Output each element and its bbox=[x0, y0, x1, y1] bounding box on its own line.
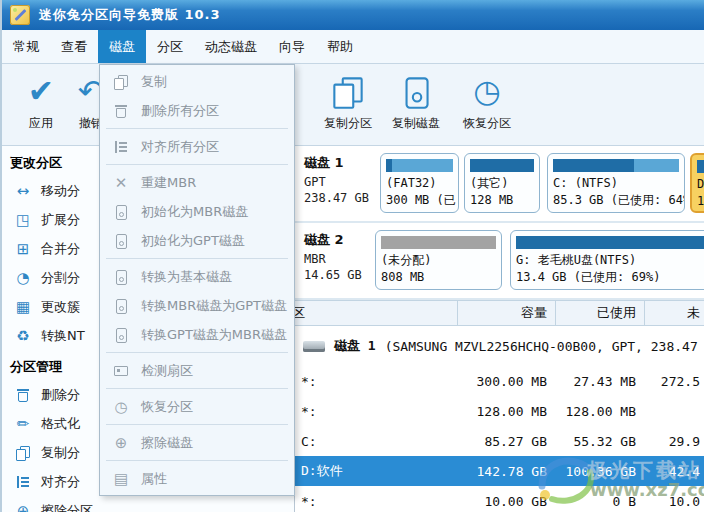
partition-size: 85.3 GB (已使用: 64% bbox=[553, 192, 679, 209]
menu-separator bbox=[106, 388, 288, 389]
menubar-item-dynamic-disk[interactable]: 动态磁盘 bbox=[194, 30, 268, 63]
table-header: 分区 容量 已使用 未 bbox=[295, 300, 704, 326]
partition-d[interactable]: D:14 bbox=[690, 153, 704, 213]
menubar-item-help[interactable]: 帮助 bbox=[316, 30, 364, 63]
partition-label: (未分配) bbox=[381, 252, 496, 269]
table-partition-row[interactable]: *:300.00 MB27.43 MB272.5 bbox=[295, 366, 704, 396]
partition-fat32[interactable]: (FAT32)300 MB (已 bbox=[380, 153, 459, 213]
menu-item-label: 转换GPT磁盘为MBR磁盘 bbox=[141, 326, 287, 344]
partition-size: 128 MB bbox=[470, 192, 534, 209]
disk-name: 磁盘 2 bbox=[304, 231, 362, 249]
table-partition-row[interactable]: C:85.27 GB55.32 GB29.9 bbox=[295, 426, 704, 456]
menu-item-label: 初始化为GPT磁盘 bbox=[141, 232, 245, 250]
menu-item-label: 复制 bbox=[141, 73, 167, 91]
cell-capacity: 142.78 GB bbox=[457, 456, 555, 486]
sidebar-item-label: 扩展分 bbox=[41, 211, 80, 229]
disk-menu-item-rebuild-mbr[interactable]: 重建MBR bbox=[100, 168, 294, 197]
table-partition-row[interactable]: *:128.00 MB128.00 MB bbox=[295, 396, 704, 426]
cell-used: 128.00 MB bbox=[555, 396, 644, 426]
disk-map-row: 磁盘 1GPT238.47 GB(FAT32)300 MB (已(其它)128 … bbox=[295, 146, 704, 223]
usage-bar-used bbox=[553, 159, 634, 172]
partition-c[interactable]: C: (NTFS)85.3 GB (已使用: 64% bbox=[547, 153, 685, 213]
disk-gear-icon bbox=[113, 269, 129, 285]
usage-bar-used bbox=[470, 159, 534, 172]
disk-menu-item-convert-gpt-to-mbr[interactable]: 转换GPT磁盘为MBR磁盘 bbox=[100, 320, 294, 349]
menu-item-label: 对齐所有分区 bbox=[141, 138, 219, 156]
partition-g[interactable]: G: 老毛桃U盘(NTFS)13.4 GB (已使用: 69%) bbox=[510, 230, 704, 290]
table-partition-row[interactable]: D:软件142.78 GB100.36 GB42.4 bbox=[295, 456, 704, 486]
cluster-icon bbox=[15, 299, 31, 315]
copy-partition-button[interactable]: 复制分区 bbox=[317, 70, 379, 132]
disk-menu-item-copy[interactable]: 复制 bbox=[100, 67, 294, 96]
properties-icon bbox=[113, 471, 129, 487]
align-icon bbox=[15, 474, 31, 490]
column-unused: 未 bbox=[644, 301, 704, 325]
usage-bar bbox=[516, 236, 704, 249]
disk-menu-item-align-all-partitions[interactable]: 对齐所有分区 bbox=[100, 132, 294, 161]
cell-partition-name: *: bbox=[295, 366, 457, 396]
sidebar-item-wipe-partition[interactable]: 擦除分区 bbox=[2, 496, 294, 512]
cell-used: 55.32 GB bbox=[555, 426, 644, 456]
usage-bar bbox=[697, 160, 704, 173]
copy-icon bbox=[15, 445, 31, 461]
disk-menu-item-partition-recovery[interactable]: 恢复分区 bbox=[100, 392, 294, 421]
partition-label: (FAT32) bbox=[386, 175, 453, 192]
cell-capacity: 128.00 MB bbox=[457, 396, 555, 426]
copy-icon bbox=[317, 70, 379, 114]
disk-scheme: MBR bbox=[304, 251, 362, 267]
menu-separator bbox=[106, 258, 288, 259]
menubar-item-disk[interactable]: 磁盘 bbox=[98, 30, 146, 63]
usage-bar bbox=[386, 159, 453, 172]
menu-separator bbox=[106, 164, 288, 165]
menu-item-label: 属性 bbox=[141, 470, 167, 488]
usage-bar bbox=[381, 236, 496, 249]
disk-menu-item-delete-all-partitions[interactable]: 删除所有分区 bbox=[100, 96, 294, 125]
copy-disk-button[interactable]: 复制磁盘 bbox=[385, 70, 447, 132]
partition-size: 13.4 GB (已使用: 69%) bbox=[516, 269, 704, 286]
sidebar-item-label: 擦除分区 bbox=[41, 502, 93, 512]
partition-size: 300 MB (已 bbox=[386, 192, 453, 209]
disk-row-name: 磁盘 1 bbox=[334, 337, 376, 355]
table-disk-row[interactable]: 磁盘 1 (SAMSUNG MZVL2256HCHQ-00B00, GPT, 2… bbox=[295, 326, 704, 366]
menubar-item-general[interactable]: 常规 bbox=[2, 30, 50, 63]
align-icon bbox=[113, 139, 129, 155]
menu-item-label: 恢复分区 bbox=[141, 398, 193, 416]
disk-menu-item-convert-to-basic-disk[interactable]: 转换为基本磁盘 bbox=[100, 262, 294, 291]
usage-bar-used bbox=[386, 159, 392, 172]
menubar-item-partition[interactable]: 分区 bbox=[146, 30, 194, 63]
cell-used: 27.43 MB bbox=[555, 366, 644, 396]
cell-unused bbox=[644, 396, 704, 426]
sidebar-item-label: 格式化 bbox=[41, 415, 80, 433]
menu-separator bbox=[106, 352, 288, 353]
partition-label: G: 老毛桃U盘(NTFS) bbox=[516, 252, 704, 269]
sidebar-item-label: 移动分 bbox=[41, 182, 80, 200]
disk-gear-icon bbox=[113, 327, 129, 343]
recover-partition-button[interactable]: 恢复分区 bbox=[456, 70, 518, 132]
copy-partition-label: 复制分区 bbox=[317, 115, 379, 132]
partition-unallocated[interactable]: (未分配)808 MB bbox=[375, 230, 502, 290]
cell-used: 0 B bbox=[555, 486, 644, 512]
menubar-item-view[interactable]: 查看 bbox=[50, 30, 98, 63]
disk-menu-item-convert-mbr-to-gpt[interactable]: 转换MBR磁盘为GPT磁盘 bbox=[100, 291, 294, 320]
disk-menu-popup: 复制删除所有分区对齐所有分区重建MBR初始化为MBR磁盘初始化为GPT磁盘转换为… bbox=[99, 64, 295, 496]
menu-separator bbox=[106, 128, 288, 129]
menu-item-label: 检测扇区 bbox=[141, 362, 193, 380]
disk-menu-item-initialize-to-gpt-disk[interactable]: 初始化为GPT磁盘 bbox=[100, 226, 294, 255]
disk-menu-item-wipe-disk[interactable]: 擦除磁盘 bbox=[100, 428, 294, 457]
disk-menu-item-initialize-to-mbr-disk[interactable]: 初始化为MBR磁盘 bbox=[100, 197, 294, 226]
disk-gear-icon bbox=[113, 233, 129, 249]
menu-bar: 常规查看磁盘分区动态磁盘向导帮助 bbox=[2, 30, 704, 64]
menubar-item-wizard[interactable]: 向导 bbox=[268, 30, 316, 63]
sidebar-item-label: 更改簇 bbox=[41, 298, 80, 316]
cell-partition-name: *: bbox=[295, 396, 457, 426]
disk-size: 238.47 GB bbox=[304, 190, 369, 206]
disk-menu-item-properties[interactable]: 属性 bbox=[100, 464, 294, 493]
disk-row-info: (SAMSUNG MZVL2256HCHQ-00B00, GPT, 238.47… bbox=[385, 339, 704, 354]
menu-separator bbox=[106, 460, 288, 461]
disk-menu-item-surface-test[interactable]: 检测扇区 bbox=[100, 356, 294, 385]
table-partition-row[interactable]: *:10.00 GB0 B10.0 bbox=[295, 486, 704, 512]
sidebar-item-label: 转换NT bbox=[41, 327, 85, 345]
usage-bar-used bbox=[516, 236, 704, 249]
disk-size: 14.65 GB bbox=[304, 267, 362, 283]
partition-other[interactable]: (其它)128 MB bbox=[464, 153, 540, 213]
